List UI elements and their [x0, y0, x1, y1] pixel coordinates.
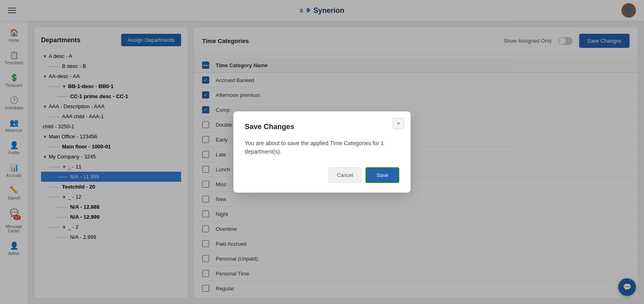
save-changes-modal: Save Changes × You are about to save the…	[233, 111, 411, 193]
modal-save-button[interactable]: Save	[365, 167, 399, 183]
modal-close-button[interactable]: ×	[393, 118, 404, 129]
modal-title: Save Changes	[245, 123, 399, 131]
modal-overlay: Save Changes × You are about to save the…	[0, 0, 644, 304]
modal-footer: Cancel Save	[245, 167, 399, 183]
modal-body: You are about to save the applied Time C…	[245, 139, 399, 156]
modal-cancel-button[interactable]: Cancel	[328, 167, 361, 183]
